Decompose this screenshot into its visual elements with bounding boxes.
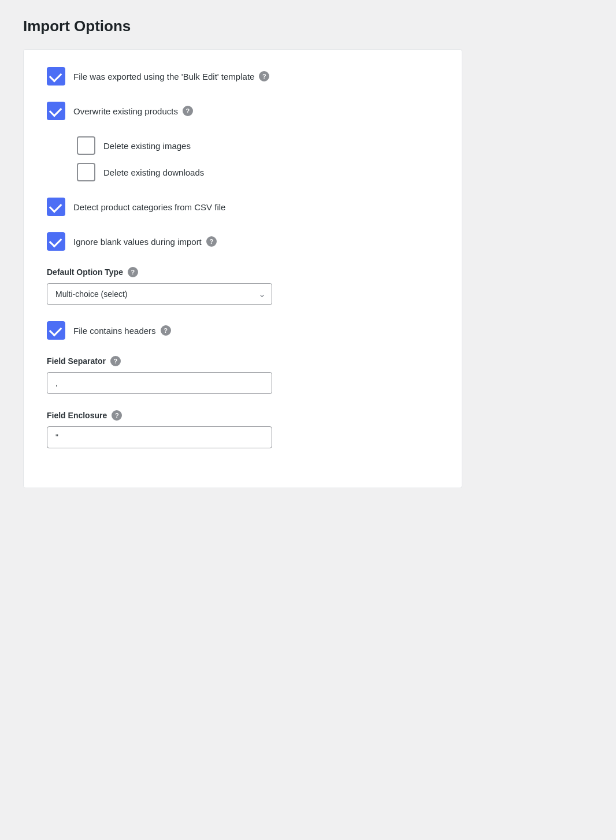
delete-images-label: Delete existing images	[103, 141, 191, 151]
default-option-type-help-icon[interactable]: ?	[128, 267, 138, 277]
ignore-blank-label: Ignore blank values during import ?	[73, 236, 217, 247]
delete-downloads-option: Delete existing downloads	[77, 163, 439, 181]
options-card: File was exported using the 'Bulk Edit' …	[23, 49, 462, 488]
page-title: Import Options	[23, 17, 593, 35]
bulk-edit-checkbox[interactable]	[47, 67, 65, 86]
ignore-blank-checkbox[interactable]	[47, 232, 65, 251]
field-enclosure-help-icon[interactable]: ?	[112, 410, 122, 421]
file-contains-headers-checkbox[interactable]	[47, 321, 65, 340]
file-contains-headers-help-icon[interactable]: ?	[161, 325, 171, 336]
file-contains-headers-label: File contains headers ?	[73, 325, 171, 336]
default-option-type-select[interactable]: Multi-choice (select) Radio buttons Text…	[47, 283, 272, 305]
detect-categories-checkbox[interactable]	[47, 198, 65, 216]
delete-downloads-label: Delete existing downloads	[103, 168, 204, 177]
delete-images-checkbox[interactable]	[77, 136, 95, 155]
default-option-type-label: Default Option Type ?	[47, 267, 439, 277]
default-option-type-wrapper: Multi-choice (select) Radio buttons Text…	[47, 283, 272, 305]
field-separator-section: Field Separator ?	[47, 356, 439, 394]
detect-categories-option: Detect product categories from CSV file	[47, 198, 439, 216]
file-contains-headers-option: File contains headers ?	[47, 321, 439, 340]
overwrite-checkbox[interactable]	[47, 102, 65, 120]
bulk-edit-option: File was exported using the 'Bulk Edit' …	[47, 67, 439, 86]
ignore-blank-option: Ignore blank values during import ?	[47, 232, 439, 251]
bulk-edit-help-icon[interactable]: ?	[259, 71, 269, 81]
delete-images-option: Delete existing images	[77, 136, 439, 155]
default-option-type-section: Default Option Type ? Multi-choice (sele…	[47, 267, 439, 305]
field-enclosure-section: Field Enclosure ?	[47, 410, 439, 448]
field-enclosure-label: Field Enclosure ?	[47, 410, 439, 421]
overwrite-help-icon[interactable]: ?	[183, 106, 193, 116]
detect-categories-label: Detect product categories from CSV file	[73, 202, 225, 212]
field-separator-label: Field Separator ?	[47, 356, 439, 366]
field-separator-help-icon[interactable]: ?	[110, 356, 121, 366]
field-separator-input[interactable]	[47, 372, 272, 394]
ignore-blank-help-icon[interactable]: ?	[206, 236, 217, 247]
field-enclosure-input[interactable]	[47, 426, 272, 448]
bulk-edit-label: File was exported using the 'Bulk Edit' …	[73, 71, 269, 81]
overwrite-label: Overwrite existing products ?	[73, 106, 193, 116]
delete-downloads-checkbox[interactable]	[77, 163, 95, 181]
overwrite-option: Overwrite existing products ?	[47, 102, 439, 120]
